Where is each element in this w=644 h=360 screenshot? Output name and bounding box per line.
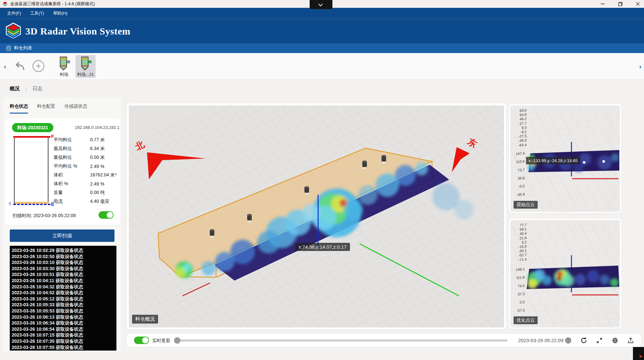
playback-timestamp: 2023-03-26 05:22:09 <box>518 338 563 343</box>
locate-icon[interactable] <box>564 337 572 344</box>
refresh-icon[interactable] <box>580 337 588 344</box>
log-entry: 2023-03-26 10:04:52 获取设备状态 <box>12 290 116 296</box>
silo-3d-scene[interactable]: 北 东 x:74.38,y:14.07,z:0.17 料仓概况 <box>129 105 504 327</box>
menu-item[interactable]: 帮助(H) <box>53 10 67 16</box>
scroll-right-icon[interactable]: › <box>639 63 641 70</box>
log-entry: 2023-03-26 10:07:35 获取设备状态 <box>12 338 116 344</box>
device-item-yard-21[interactable]: 料场...21 <box>75 55 96 78</box>
stat-row: 最高料位 6.34 米 <box>54 144 119 153</box>
axis-tick-label: -71.4 <box>518 257 527 262</box>
axis-tick-label: 74.5 <box>518 282 525 290</box>
timeline-slider-handle[interactable] <box>174 337 181 344</box>
close-button[interactable] <box>634 0 642 7</box>
status-dot-online <box>88 60 92 63</box>
silo-name-badge[interactable]: 料场-20230321 <box>12 123 53 132</box>
tab-log[interactable]: 日志 <box>33 86 42 92</box>
stat-label: 最高料位 <box>54 146 90 152</box>
opt-y-ticks: 149.1111.874.537.30.0-37.3-74.5 <box>510 265 525 324</box>
device-label: 料场...21 <box>77 72 94 77</box>
log-entry: 2023-03-26 10:06:54 获取设备状态 <box>12 326 116 332</box>
raw-cloud-scene[interactable]: 83.064.646.227.79.3-9.1-27.5-46.0-64.4 1… <box>510 105 620 212</box>
log-entry: 2023-03-26 10:07:55 获取设备状态 <box>12 344 116 351</box>
picked-point-marker <box>291 247 293 249</box>
stat-value: 0.77 米 <box>90 137 105 143</box>
log-entry: 2023-03-26 10:02:50 获取设备状态 <box>12 254 116 260</box>
silo-panel: 料仓状态 料仓配置 传感器状态 料场-20230321 192.168.0.10… <box>3 98 121 352</box>
axis-tick-label: 37.3 <box>518 290 525 298</box>
realtime-label: 实时更新 <box>152 338 170 344</box>
add-device-button[interactable]: + <box>33 60 44 72</box>
device-log[interactable]: 2023-03-26 10:02:29 获取设备状态2023-03-26 10:… <box>10 246 116 351</box>
playback-bar: 实时更新 2023-03-26 05:22:09 <box>127 334 641 347</box>
silo-3d-render: 北 东 <box>129 105 504 327</box>
scroll-left-icon[interactable]: ‹ <box>4 63 6 70</box>
back-icon[interactable] <box>15 62 26 72</box>
log-entry: 2023-03-26 10:05:53 获取设备状态 <box>12 308 116 314</box>
tab-sensor-status[interactable]: 传感器状态 <box>64 104 87 114</box>
silo-icon <box>80 56 91 71</box>
brand-logo-icon <box>6 23 21 40</box>
scan-now-button[interactable]: 立即扫描 <box>10 229 114 242</box>
axis-tick-label: 111.8 <box>516 273 525 282</box>
stat-value: 2.49 % <box>90 164 104 169</box>
stat-row: 体积 16762.04 米³ <box>54 171 119 179</box>
stat-row: 体积 % 2.49 % <box>54 179 119 188</box>
stat-row: 平均料位 0.77 米 <box>54 135 119 144</box>
silo-icon <box>59 56 70 71</box>
raw-cloud-label: 原始点云 <box>514 201 538 209</box>
log-entry: 2023-03-26 10:06:13 获取设备状态 <box>12 314 116 320</box>
app-icon <box>3 2 7 7</box>
raw-cloud-card: 83.064.646.227.79.3-9.1-27.5-46.0-64.4 1… <box>509 104 621 213</box>
device-item-yard[interactable]: 料场 <box>54 55 74 78</box>
stat-value: 0.00 吨 <box>90 190 105 196</box>
scan-time-row: 扫描时间: 2023-03-26 05:22:09 <box>13 213 76 219</box>
point-tooltip: x:74.38,y:14.07,z:0.17 <box>295 243 350 251</box>
corner-arrow-icon <box>638 354 643 359</box>
nav-bar-label[interactable]: 料仓列表 <box>14 45 32 51</box>
status-dot-offline <box>67 60 70 63</box>
stat-label: 平均料位 % <box>54 163 90 169</box>
optimized-cloud-scene[interactable]: 77.759.140.421.83.2-15.5-34.1-52.7-71.4 … <box>510 220 620 327</box>
gauge-empty-line <box>13 204 50 205</box>
log-entry: 2023-03-26 10:05:12 获取设备状态 <box>12 296 116 302</box>
log-entry: 2023-03-26 10:03:30 获取设备状态 <box>12 266 116 272</box>
stat-value: 2.49 % <box>90 181 104 187</box>
brand-header: 3D Radar Vision System <box>0 19 644 43</box>
optimized-cloud-render <box>510 220 620 327</box>
stat-row: 最低料位 0.00 米 <box>54 153 119 162</box>
raw-y-ticks: 147.4110.673.736.8-0.0-36.9-73.7 <box>510 149 525 208</box>
menu-item[interactable]: 文件(F) <box>7 10 21 16</box>
stat-label: 最低料位 <box>54 155 90 160</box>
timeline-slider[interactable] <box>176 339 507 341</box>
log-entry: 2023-03-26 10:04:11 获取设备状态 <box>12 278 116 284</box>
tab-silo-status[interactable]: 料仓状态 <box>10 104 28 114</box>
log-entry: 2023-03-26 10:03:51 获取设备状态 <box>12 271 116 278</box>
titlebar-dropdown-tab[interactable] <box>310 0 332 9</box>
settings-gear-icon[interactable] <box>611 337 619 344</box>
scan-time-value: 2023-03-26 05:22:09 <box>34 213 76 218</box>
restore-button[interactable] <box>616 0 624 7</box>
silo-status-card: 料场-20230321 192.168.0.104:23,192.168.0 F… <box>5 118 120 225</box>
corner-widget[interactable] <box>633 347 644 360</box>
menu-item[interactable]: 工具(T) <box>30 10 44 16</box>
tab-overview[interactable]: 概况 <box>10 86 20 92</box>
gauge-full-line <box>13 136 50 138</box>
raw-z-ticks: 83.064.646.227.79.3-9.1-27.5-46.0-64.4 <box>512 108 527 148</box>
realtime-toggle[interactable] <box>134 337 149 344</box>
menu-bar: 文件(F)工具(T)帮助(H) <box>0 8 644 19</box>
log-entry: 2023-03-26 10:02:29 获取设备状态 <box>12 247 116 254</box>
silo-stats: 平均料位 0.77 米 最高料位 6.34 米 最低料位 0.00 米 <box>54 135 119 206</box>
list-icon <box>7 46 11 51</box>
export-icon[interactable] <box>627 337 635 344</box>
minimize-button[interactable] <box>598 0 607 7</box>
log-entry: 2023-03-26 10:03:10 获取设备状态 <box>12 259 116 266</box>
stat-value: 16762.04 米³ <box>90 172 116 178</box>
fullscreen-icon[interactable] <box>596 337 603 344</box>
scan-toggle[interactable] <box>99 211 114 219</box>
axis-tick-label: -0.0 <box>518 182 525 191</box>
axis-tick-label: 3.2 <box>522 240 527 244</box>
stat-row: 平均料位 % 2.49 % <box>54 162 119 171</box>
axis-tick-label: 0.0 <box>520 298 525 307</box>
tab-silo-config[interactable]: 料仓配置 <box>37 104 55 114</box>
log-entry: 2023-03-26 10:04:32 获取设备状态 <box>12 284 116 290</box>
